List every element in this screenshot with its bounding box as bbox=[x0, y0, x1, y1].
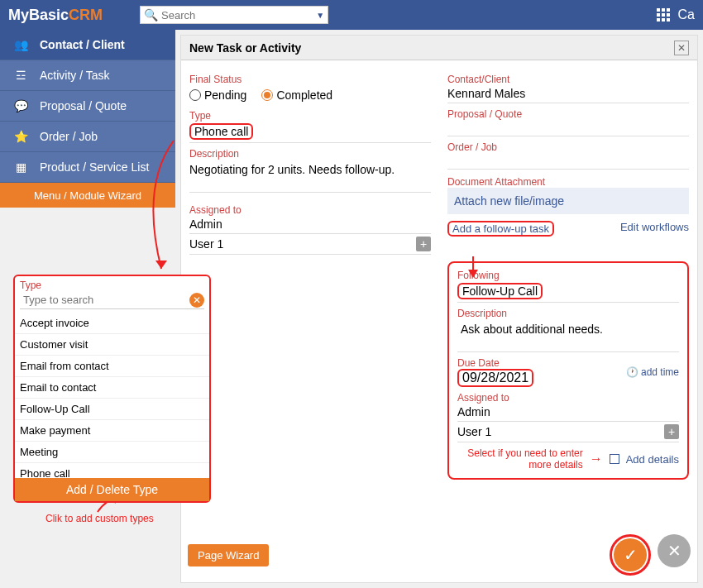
radio-icon bbox=[261, 89, 273, 101]
top-right: Ca bbox=[657, 7, 695, 22]
following-label: Following bbox=[457, 270, 679, 281]
type-item[interactable]: Make payment bbox=[15, 420, 209, 442]
sidebar-item-label: Proposal / Quote bbox=[40, 99, 127, 112]
panel-header: New Task or Activity ✕ bbox=[181, 36, 697, 60]
people-icon: 👥 bbox=[13, 37, 28, 52]
assigned-admin[interactable]: Admin bbox=[189, 216, 431, 234]
due-date-field[interactable]: 09/28/2021 bbox=[457, 369, 533, 387]
attach-button[interactable]: Attach new file/image bbox=[447, 188, 689, 214]
type-item[interactable]: Phone call bbox=[15, 463, 209, 478]
sidebar-item-proposal[interactable]: 💬 Proposal / Quote bbox=[0, 91, 175, 122]
followup-assigned-label: Assigned to bbox=[457, 392, 679, 404]
contact-label: Contact/Client bbox=[447, 74, 689, 85]
type-value: Phone call bbox=[189, 123, 253, 140]
sidebar-item-label: Contact / Client bbox=[40, 38, 125, 51]
assigned-user1: User 1 bbox=[189, 237, 223, 251]
confirm-ring: ✓ bbox=[610, 534, 651, 576]
sidebar-item-label: Product / Service List bbox=[40, 160, 149, 174]
radio-pending[interactable]: Pending bbox=[189, 88, 246, 102]
form-body: Final Status Pending Completed Type bbox=[181, 60, 697, 523]
due-date-label: Due Date bbox=[457, 357, 533, 369]
plus-icon[interactable]: + bbox=[664, 424, 679, 439]
followup-assigned-user1: User 1 bbox=[457, 425, 491, 438]
star-icon: ⭐ bbox=[13, 129, 28, 144]
edit-workflows-link[interactable]: Edit workflows bbox=[620, 221, 689, 237]
proposal-field[interactable] bbox=[447, 120, 689, 136]
final-status-label: Final Status bbox=[189, 74, 431, 85]
type-item[interactable]: Email to contact bbox=[15, 377, 209, 399]
final-status-radios: Pending Completed bbox=[189, 85, 431, 105]
sidebar-item-product[interactable]: ▦ Product / Service List bbox=[0, 152, 175, 183]
search-input[interactable] bbox=[161, 9, 316, 22]
confirm-button[interactable]: ✓ bbox=[614, 538, 647, 571]
menu-wizard-button[interactable]: Menu / Module Wizard bbox=[0, 183, 175, 208]
following-field[interactable]: Follow-Up Call bbox=[457, 281, 679, 303]
grid-icon: ▦ bbox=[13, 160, 28, 174]
type-item[interactable]: Meeting bbox=[15, 442, 209, 463]
chat-icon: 💬 bbox=[13, 98, 28, 113]
proposal-label: Proposal / Quote bbox=[447, 108, 689, 120]
description-field[interactable]: Negotiating for 2 units. Needs follow-up… bbox=[189, 160, 431, 193]
page-wizard-button[interactable]: Page Wizard bbox=[188, 544, 269, 566]
top-right-label[interactable]: Ca bbox=[678, 7, 695, 22]
cancel-button[interactable]: ✕ bbox=[658, 534, 691, 567]
followup-assigned-admin[interactable]: Admin bbox=[457, 404, 679, 422]
order-label: Order / Job bbox=[447, 141, 689, 153]
main-panel: New Task or Activity ✕ Final Status Pend… bbox=[180, 35, 698, 583]
select-hint: Select if you need to enter more details bbox=[459, 447, 583, 471]
following-value: Follow-Up Call bbox=[457, 283, 543, 299]
type-label: Type bbox=[189, 110, 431, 122]
type-item[interactable]: Email from contact bbox=[15, 356, 209, 377]
sidebar-item-label: Activity / Task bbox=[40, 69, 110, 82]
type-search-input[interactable] bbox=[20, 291, 189, 308]
due-date-value: 09/28/2021 bbox=[457, 369, 533, 387]
add-followup-link[interactable]: Add a follow-up task bbox=[447, 221, 554, 237]
followup-box: Following Follow-Up Call Description Ask… bbox=[447, 261, 689, 480]
followup-desc-label: Description bbox=[457, 308, 679, 319]
panel-title: New Task or Activity bbox=[189, 41, 301, 55]
add-time-link[interactable]: 🕐 add time bbox=[626, 366, 679, 378]
sidebar-item-label: Order / Job bbox=[40, 130, 98, 143]
search-box[interactable]: 🔍 ▼ bbox=[140, 6, 328, 24]
radio-icon bbox=[189, 89, 201, 101]
close-icon[interactable]: ✕ bbox=[189, 293, 204, 308]
chevron-down-icon[interactable]: ▼ bbox=[316, 11, 324, 20]
sidebar-item-order[interactable]: ⭐ Order / Job bbox=[0, 122, 175, 152]
radio-completed[interactable]: Completed bbox=[261, 88, 332, 102]
right-column: Contact/Client Kennard Males Proposal / … bbox=[447, 69, 689, 480]
list-icon: ☲ bbox=[13, 68, 28, 83]
radio-label: Pending bbox=[204, 88, 246, 102]
followup-desc-field[interactable]: Ask about additional needs. bbox=[457, 319, 679, 352]
type-popup: Type ✕ Accept invoice Customer visit Ema… bbox=[13, 275, 211, 503]
topbar: MyBasicCRM 🔍 ▼ Ca bbox=[0, 0, 703, 30]
more-details-row: Select if you need to enter more details… bbox=[457, 447, 679, 471]
order-field[interactable] bbox=[447, 153, 689, 170]
plus-icon[interactable]: + bbox=[416, 237, 431, 251]
logo-text2: CRM bbox=[69, 7, 103, 23]
type-item[interactable]: Accept invoice bbox=[15, 313, 209, 334]
close-icon[interactable]: ✕ bbox=[674, 41, 689, 55]
click-note: Clik to add custom types bbox=[45, 513, 154, 524]
attachment-label: Document Attachment bbox=[447, 176, 689, 188]
description-label: Description bbox=[189, 148, 431, 160]
arrow-right-icon: → bbox=[590, 452, 603, 466]
checkbox-icon[interactable] bbox=[610, 454, 619, 464]
radio-label: Completed bbox=[276, 88, 332, 102]
search-icon: 🔍 bbox=[144, 8, 158, 22]
assigned-user1-row[interactable]: User 1 + bbox=[189, 234, 431, 255]
apps-icon[interactable] bbox=[657, 8, 670, 22]
type-item[interactable]: Customer visit bbox=[15, 334, 209, 356]
followup-assigned-user1-row[interactable]: User 1 + bbox=[457, 422, 679, 442]
sidebar-item-contact[interactable]: 👥 Contact / Client bbox=[0, 30, 175, 60]
sidebar-item-activity[interactable]: ☲ Activity / Task bbox=[0, 60, 175, 91]
add-details-link[interactable]: Add details bbox=[626, 453, 679, 466]
link-row: Add a follow-up task Edit workflows bbox=[447, 221, 689, 237]
left-column: Final Status Pending Completed Type bbox=[189, 69, 431, 480]
type-popup-title: Type bbox=[20, 280, 204, 291]
type-list[interactable]: Accept invoice Customer visit Email from… bbox=[15, 313, 209, 478]
contact-field[interactable]: Kennard Males bbox=[447, 85, 689, 103]
add-delete-type-button[interactable]: Add / Delete Type bbox=[15, 478, 209, 501]
clock-icon: 🕐 bbox=[626, 366, 638, 378]
type-item[interactable]: Follow-Up Call bbox=[15, 399, 209, 420]
type-field[interactable]: Phone call bbox=[189, 122, 431, 143]
